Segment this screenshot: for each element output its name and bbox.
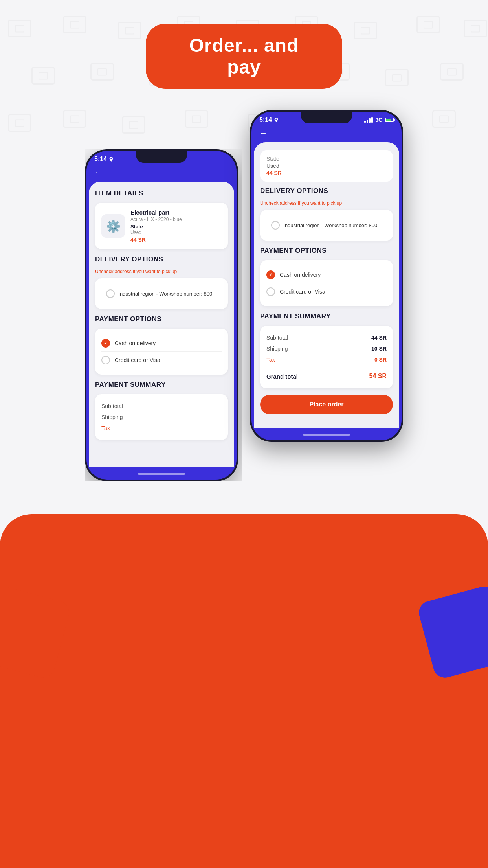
card-label-left: Credit card or Visa [115,357,160,363]
phone-left: 5:14 ← ITEM DETAILS ⚙️ Electrical part [85,149,238,481]
partial-state-label: State [266,156,387,162]
shipping-row-right: Shipping 10 SR [266,343,387,354]
payment-options-card-right: Cash on delivery Credit card or Visa [260,260,393,306]
sub-total-row-left: Sub total [101,401,222,412]
location-icon [108,156,114,162]
item-state-label: State [130,224,222,230]
grand-total-row: Grand total 54 SR [266,370,387,382]
sub-total-row-right: Sub total 44 SR [266,332,387,343]
place-order-label: Place order [309,401,343,408]
address-text-right: industrial region - Workshop number: 800 [284,223,377,228]
scroll-content-right: State Used 44 SR DELIVERY OPTIONS Unchec… [254,142,399,428]
back-arrow-left[interactable]: ← [94,167,103,177]
address-radio-left[interactable] [106,289,115,298]
battery-fill [386,119,391,121]
card-label-right: Credit card or Visa [280,289,325,295]
delivery-note-right: Uncheck address if you want to pick up [260,200,393,206]
nav-bar-left: ← [86,165,237,182]
partial-state-value: Used [266,163,387,169]
address-radio-right[interactable] [271,221,280,230]
shipping-row-left: Shipping [101,412,222,423]
item-icon: ⚙️ [101,214,125,238]
item-price: 44 SR [130,237,222,243]
shipping-value-right: 10 SR [371,346,387,352]
delivery-title-left: DELIVERY OPTIONS [95,256,228,263]
payment-summary-card-left: Sub total Shipping Tax [95,394,228,440]
shipping-label-right: Shipping [266,346,288,352]
address-text-left: industrial region - Workshop number: 800 [119,291,212,297]
item-subtitle: Acura - ILX - 2020 - blue [130,217,222,222]
nav-bar-right: ← [251,126,402,142]
item-info: Electrical part Acura - ILX - 2020 - blu… [130,209,222,243]
delivery-note-left: Uncheck address if you want to pick up [95,269,228,274]
delivery-title-right: DELIVERY OPTIONS [260,187,393,195]
item-name: Electrical part [130,209,222,216]
delivery-card-right: industrial region - Workshop number: 800 [260,210,393,241]
payment-options-card-left: Cash on delivery Credit card or Visa [95,329,228,375]
cash-radio-left[interactable] [101,339,110,348]
status-right-right: 3G [364,117,394,123]
payment-options-title-right: PAYMENT OPTIONS [260,247,393,255]
tax-value-right: 0 SR [374,357,387,363]
cash-radio-right[interactable] [266,270,275,279]
phone-right: 5:14 3G ← [250,110,403,442]
battery-icon [385,118,394,122]
place-order-button[interactable]: Place order [260,395,393,414]
card-radio-right[interactable] [266,287,275,296]
cash-label-right: Cash on delivery [280,272,321,278]
location-icon-right [273,117,279,123]
payment-summary-title-left: PAYMENT SUMMARY [95,381,228,389]
phones-container: 5:14 ← ITEM DETAILS ⚙️ Electrical part [0,110,488,818]
sub-total-label-left: Sub total [101,403,123,409]
home-bar-right [303,434,350,436]
header-title: Order... and pay [189,35,299,77]
back-arrow-right[interactable]: ← [259,128,268,138]
partial-price: 44 SR [266,170,387,176]
payment-summary-title-right: PAYMENT SUMMARY [260,313,393,320]
item-details-title: ITEM DETAILS [95,189,228,197]
payment-summary-card-right: Sub total 44 SR Shipping 10 SR Tax 0 SR … [260,326,393,388]
header-badge: Order... and pay [146,24,342,89]
item-details-card: ⚙️ Electrical part Acura - ILX - 2020 - … [95,203,228,249]
signal-bars-right [364,117,373,123]
phone-notch-left [136,151,187,163]
summary-divider [266,368,387,368]
shipping-label-left: Shipping [101,414,123,420]
tax-row-left: Tax [101,423,222,434]
payment-option-cash-right[interactable]: Cash on delivery [266,267,387,283]
tax-row-right: Tax 0 SR [266,354,387,365]
status-time-left: 5:14 [94,156,114,163]
scroll-content-left: ITEM DETAILS ⚙️ Electrical part Acura - … [89,182,234,467]
tax-label-right: Tax [266,357,275,363]
payment-option-card-right[interactable]: Credit card or Visa [266,283,387,300]
grand-total-label: Grand total [266,373,298,380]
delivery-card-left: industrial region - Workshop number: 800 [95,278,228,309]
sub-total-value-right: 44 SR [371,335,387,341]
payment-option-card-left[interactable]: Credit card or Visa [101,351,222,368]
grand-total-value: 54 SR [369,373,387,380]
card-radio-left[interactable] [101,356,110,364]
home-bar-left [138,473,185,475]
payment-option-cash-left[interactable]: Cash on delivery [101,335,222,351]
network-label: 3G [375,117,383,123]
partial-item-card: State Used 44 SR [260,150,393,182]
phone-notch-right [301,112,352,123]
sub-total-label-right: Sub total [266,335,288,341]
tax-label-left: Tax [101,425,110,431]
cash-label-left: Cash on delivery [115,340,156,346]
payment-options-title-left: PAYMENT OPTIONS [95,315,228,323]
item-state-value: Used [130,230,222,235]
status-time-right: 5:14 [259,116,279,123]
